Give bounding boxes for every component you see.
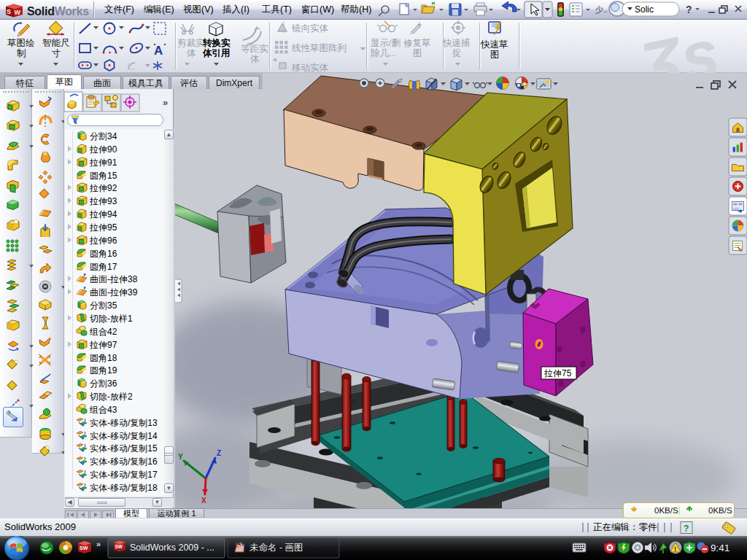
svg-text:少..: 少..: [595, 5, 608, 14]
svg-text:SW: SW: [80, 545, 88, 551]
svg-text:W: W: [15, 9, 21, 16]
svg-text:移动实体: 移动实体: [292, 63, 329, 73]
svg-text:未命名 - 画图: 未命名 - 画图: [249, 542, 303, 553]
svg-text:线性草图阵列: 线性草图阵列: [292, 43, 347, 53]
svg-text:SolidWorks 2009 - ...: SolidWorks 2009 - ...: [130, 542, 214, 553]
svg-text:+: +: [417, 20, 422, 28]
svg-text:镜向实体: 镜向实体: [291, 23, 329, 34]
svg-text:Y: Y: [178, 453, 183, 461]
svg-text:Z: Z: [217, 449, 221, 457]
svg-text:?: ?: [684, 524, 689, 534]
svg-text:?: ?: [686, 4, 692, 15]
svg-text:!: !: [674, 545, 676, 553]
svg-text:»: »: [96, 540, 101, 548]
svg-text:Ʒs: Ʒs: [630, 20, 725, 73]
svg-text:体引用: 体引用: [202, 48, 231, 58]
svg-text:草图绘: 草图绘: [7, 38, 35, 48]
svg-text:Solic: Solic: [635, 4, 654, 15]
svg-text:智能尺: 智能尺: [42, 38, 70, 48]
svg-text:9:41: 9:41: [711, 542, 729, 553]
svg-text:除几...: 除几...: [371, 48, 396, 58]
svg-text:制: 制: [17, 48, 26, 58]
svg-text:X: X: [201, 497, 206, 505]
svg-text:快速草: 快速草: [480, 39, 508, 50]
svg-text:剪裁实: 剪裁实: [177, 38, 205, 48]
svg-text:体: 体: [250, 54, 260, 64]
svg-text:SW: SW: [115, 544, 123, 549]
svg-text:拉伸75: 拉伸75: [543, 368, 572, 378]
svg-text:显示/删: 显示/删: [371, 38, 400, 48]
svg-text:0KB/S: 0KB/S: [708, 506, 732, 515]
svg-text:»: »: [163, 97, 168, 108]
svg-text:快速捕: 快速捕: [442, 38, 471, 48]
svg-text:寸: 寸: [52, 48, 61, 58]
svg-text:转换实: 转换实: [202, 37, 231, 48]
svg-text:图: 图: [490, 50, 500, 60]
svg-text:修复草: 修复草: [403, 38, 431, 48]
svg-text:0KB/S: 0KB/S: [654, 506, 678, 515]
svg-text:捉: 捉: [452, 48, 462, 58]
svg-text:SolidWorks: SolidWorks: [27, 5, 89, 18]
svg-text:S: S: [7, 8, 11, 15]
svg-text:A: A: [154, 44, 163, 58]
svg-text:体: 体: [187, 48, 196, 58]
svg-text:等距实: 等距实: [241, 44, 268, 54]
svg-text:图: 图: [413, 48, 422, 58]
